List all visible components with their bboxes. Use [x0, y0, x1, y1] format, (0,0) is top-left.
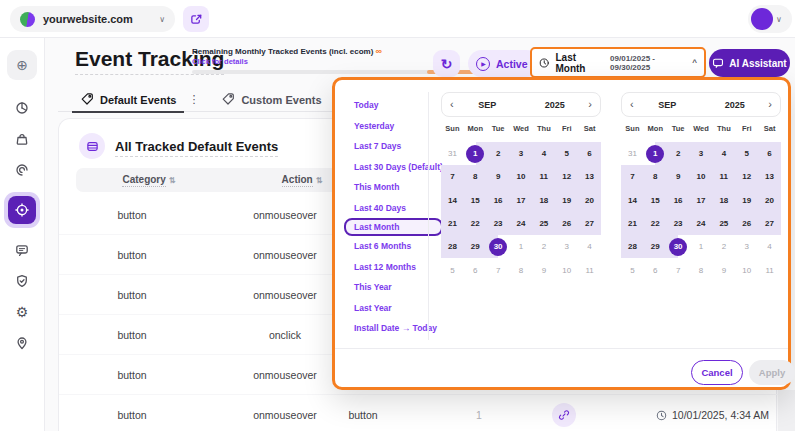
quota-details-link[interactable]: Click for details: [192, 57, 248, 66]
calendar-day[interactable]: 28: [441, 235, 464, 258]
calendar-day[interactable]: 28: [621, 235, 644, 258]
calendar-day[interactable]: 4: [712, 142, 735, 165]
sidebar-item-recordings[interactable]: [7, 155, 37, 185]
calendar-day[interactable]: 18: [532, 189, 555, 212]
link-icon[interactable]: [552, 403, 576, 427]
calendar-day[interactable]: 9: [667, 165, 690, 188]
calendar-day[interactable]: 24: [510, 212, 533, 235]
preset-last-7-days[interactable]: Last 7 Days: [354, 136, 443, 157]
calendar-day[interactable]: 19: [555, 189, 578, 212]
calendar-day[interactable]: 5: [555, 142, 578, 165]
calendar-day[interactable]: 26: [555, 212, 578, 235]
calendar-day[interactable]: 11: [578, 258, 601, 281]
calendar-day[interactable]: 6: [578, 142, 601, 165]
calendar-day[interactable]: 11: [532, 165, 555, 188]
calendar-day[interactable]: 14: [621, 189, 644, 212]
calendar-day[interactable]: 24: [690, 212, 713, 235]
calendar-day[interactable]: 6: [758, 142, 781, 165]
preset-this-month[interactable]: This Month: [354, 177, 443, 198]
calendar-day[interactable]: 31: [441, 142, 464, 165]
calendar-day[interactable]: 27: [758, 212, 781, 235]
preset-last-30-days-default-[interactable]: Last 30 Days (Default): [354, 157, 443, 178]
sidebar-item-event-tracking[interactable]: [4, 192, 40, 228]
calendar-day[interactable]: 22: [464, 212, 487, 235]
calendar-day[interactable]: 10: [690, 165, 713, 188]
status-toggle[interactable]: ▶ Active: [468, 50, 540, 77]
calendar-day[interactable]: 11: [712, 165, 735, 188]
calendar-day[interactable]: 4: [532, 142, 555, 165]
calendar-day[interactable]: 4: [578, 235, 601, 258]
calendar-day[interactable]: 30: [667, 235, 690, 258]
calendar-day[interactable]: 27: [578, 212, 601, 235]
sidebar-item-collapse[interactable]: ⊕: [7, 50, 37, 80]
scrollbar-track[interactable]: [778, 390, 795, 431]
calendar-day[interactable]: 9: [532, 258, 555, 281]
sidebar-item-feedback-chat[interactable]: [7, 235, 37, 265]
preset-yesterday[interactable]: Yesterday: [354, 116, 443, 137]
calendar-day[interactable]: 10: [735, 258, 758, 281]
calendar-day[interactable]: 14: [441, 189, 464, 212]
preset-install-date-today[interactable]: Install Date → Today: [354, 318, 443, 339]
calendar-day[interactable]: 10: [555, 258, 578, 281]
ai-assistant-button[interactable]: AI Assistant: [709, 49, 790, 77]
calendar-day[interactable]: 13: [578, 165, 601, 188]
cancel-button[interactable]: Cancel: [691, 360, 743, 385]
calendar-day[interactable]: 8: [464, 165, 487, 188]
calendar-day[interactable]: 6: [464, 258, 487, 281]
calendar-day[interactable]: 16: [487, 189, 510, 212]
calendar-day[interactable]: 25: [532, 212, 555, 235]
calendar-day[interactable]: 20: [758, 189, 781, 212]
table-row[interactable]: buttononmouseoverbutton110/01/2025, 4:34…: [59, 395, 778, 431]
refresh-button[interactable]: ↻: [433, 50, 460, 77]
calendar-day[interactable]: 10: [510, 165, 533, 188]
calendar-day[interactable]: 17: [510, 189, 533, 212]
sidebar-item-settings-gear[interactable]: ⚙: [7, 297, 37, 327]
calendar-day[interactable]: 1: [510, 235, 533, 258]
calendar-day[interactable]: 13: [758, 165, 781, 188]
calendar-day[interactable]: 5: [441, 258, 464, 281]
calendar-day[interactable]: 3: [735, 235, 758, 258]
calendar-day[interactable]: 15: [464, 189, 487, 212]
calendar-day[interactable]: 3: [690, 142, 713, 165]
calendar-day[interactable]: 20: [578, 189, 601, 212]
preset-this-year[interactable]: This Year: [354, 277, 443, 298]
calendar-day[interactable]: 25: [712, 212, 735, 235]
tab-custom-events[interactable]: Custom Events: [221, 88, 321, 112]
calendar-day[interactable]: 18: [712, 189, 735, 212]
tab-default-events[interactable]: Default Events: [80, 88, 176, 112]
next-month-icon[interactable]: ›: [588, 99, 592, 110]
sidebar-item-privacy-shield[interactable]: [7, 266, 37, 296]
calendar-day[interactable]: 7: [667, 258, 690, 281]
calendar-day[interactable]: 30: [487, 235, 510, 258]
calendar-day[interactable]: 4: [758, 235, 781, 258]
sidebar-item-pie-chart[interactable]: [7, 93, 37, 123]
calendar-day[interactable]: 11: [758, 258, 781, 281]
date-range-selector[interactable]: Last Month 09/01/2025 - 09/30/2025 ^: [530, 47, 706, 78]
sidebar-item-store[interactable]: [7, 124, 37, 154]
calendar-day[interactable]: 22: [644, 212, 667, 235]
calendar-day[interactable]: 1: [690, 235, 713, 258]
calendar-day[interactable]: 9: [712, 258, 735, 281]
calendar-day[interactable]: 26: [735, 212, 758, 235]
site-selector[interactable]: yourwebsite.com ∨: [10, 6, 175, 32]
calendar-day[interactable]: 2: [712, 235, 735, 258]
calendar-day[interactable]: 1: [644, 142, 667, 165]
sort-icon[interactable]: ⇅: [169, 176, 176, 185]
calendar-day[interactable]: 7: [441, 165, 464, 188]
calendar-day[interactable]: 7: [621, 165, 644, 188]
calendar-day[interactable]: 19: [735, 189, 758, 212]
calendar-day[interactable]: 6: [644, 258, 667, 281]
calendar-day[interactable]: 21: [621, 212, 644, 235]
calendar-day[interactable]: 5: [621, 258, 644, 281]
calendar-day[interactable]: 15: [644, 189, 667, 212]
calendar-day[interactable]: 9: [487, 165, 510, 188]
calendar-day[interactable]: 2: [532, 235, 555, 258]
preset-last-40-days[interactable]: Last 40 Days: [354, 198, 443, 219]
calendar-day[interactable]: 2: [487, 142, 510, 165]
calendar-day[interactable]: 2: [667, 142, 690, 165]
calendar-day[interactable]: 7: [487, 258, 510, 281]
calendar-day[interactable]: 8: [510, 258, 533, 281]
calendar-day[interactable]: 21: [441, 212, 464, 235]
calendar-day[interactable]: 12: [735, 165, 758, 188]
sort-icon[interactable]: ⇅: [316, 176, 323, 185]
